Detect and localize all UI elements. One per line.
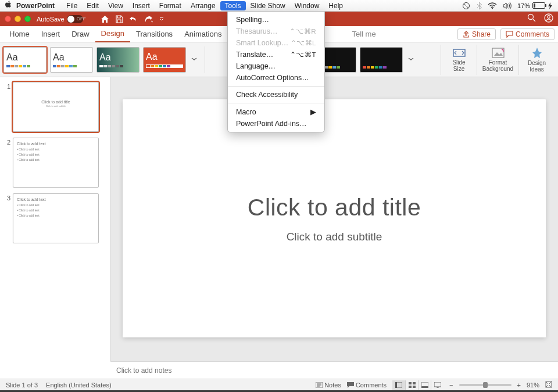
svg-rect-15 [421,386,428,388]
view-switcher [392,380,443,390]
zoom-in-icon[interactable]: + [517,382,521,389]
window-controls[interactable] [5,16,31,22]
menu-autocorrect[interactable]: AutoCorrect Options… [228,72,324,84]
menu-slideshow[interactable]: Slide Show [246,1,290,10]
menu-translate[interactable]: Translate…⌃⌥⌘T [228,49,324,60]
undo-icon[interactable] [129,15,138,23]
customize-qat-icon[interactable] [159,15,164,23]
wifi-icon[interactable] [488,2,497,9]
slide-canvas[interactable]: Click to add title Click to add subtitle [123,99,546,337]
zoom-out-icon[interactable]: − [449,382,453,389]
do-not-disturb-icon[interactable] [462,2,471,10]
menu-file[interactable]: File [62,1,82,10]
zoom-level[interactable]: 91% [527,382,539,389]
slide-thumb-3[interactable]: Click to add text • Click to add text • … [13,193,99,243]
slide-title-placeholder[interactable]: Click to add title [248,194,421,221]
theme-gallery-more[interactable] [189,57,199,62]
thumb-bullet: • Click to add text [17,158,95,161]
menu-tools[interactable]: Tools [220,1,246,10]
sorter-view-icon[interactable] [405,380,418,390]
notes-toggle[interactable]: Notes [316,382,341,389]
fit-to-window-icon[interactable] [545,381,552,389]
menu-window[interactable]: Window [290,1,324,10]
svg-rect-10 [409,382,412,384]
home-icon[interactable] [101,15,109,23]
slideshow-view-icon[interactable] [431,380,443,390]
menu-arrange[interactable]: Arrange [186,1,220,10]
svg-point-2 [528,14,534,19]
svg-rect-5 [453,49,465,56]
slide-thumb-1[interactable]: Click to add title Click to add subtitle [13,82,99,132]
svg-rect-12 [409,386,412,388]
thumb-bullet: • Click to add text [17,148,95,151]
app-name[interactable]: PowerPoint [16,2,55,10]
zoom-slider[interactable] [459,384,512,386]
menu-spelling[interactable]: Spelling… [228,14,324,26]
menu-addins[interactable]: PowerPoint Add-ins… [228,118,324,130]
apple-logo-icon[interactable] [5,1,12,10]
tell-me-search[interactable]: Tell me [346,26,381,42]
menu-check-accessibility[interactable]: Check Accessibility [228,89,324,100]
slide-subtitle-placeholder[interactable]: Click to add subtitle [287,231,382,243]
theme-office[interactable]: Aa [3,47,46,73]
status-bar: Slide 1 of 3 English (United States) Not… [0,379,558,390]
thumb-bullet: • Click to add text [17,153,95,156]
menu-language[interactable]: Language… [228,60,324,72]
close-window-icon[interactable] [5,16,11,22]
menu-help[interactable]: Help [324,1,348,10]
share-button[interactable]: Share [457,28,496,40]
tab-animations[interactable]: Animations [178,26,227,42]
tab-transitions[interactable]: Transitions [130,26,178,42]
minimize-window-icon[interactable] [15,16,21,22]
thumb-number: 1 [2,82,13,132]
reading-view-icon[interactable] [418,380,431,390]
tools-dropdown: Spelling… Thesaurus…⌃⌥⌘R Smart Lookup…⌃⌥… [227,11,325,132]
tab-design[interactable]: Design [95,26,130,42]
design-ideas-button[interactable]: Design Ideas [518,45,555,75]
thumb-head: Click to add text [17,142,95,146]
slide-canvas-area[interactable]: Click to add title Click to add subtitle [110,77,558,361]
menu-view[interactable]: View [103,1,128,10]
format-background-button[interactable]: Format Background [477,45,518,75]
volume-icon[interactable] [503,2,512,9]
tab-home[interactable]: Home [3,26,35,42]
menu-macro[interactable]: Macro▶ [228,106,324,118]
tab-insert[interactable]: Insert [35,26,66,42]
thumb-bullet: • Click to add text [17,203,95,207]
normal-view-icon[interactable] [392,380,405,390]
notes-pane[interactable]: Click to add notes [110,361,558,379]
language-indicator[interactable]: English (United States) [46,382,112,389]
menu-insert[interactable]: Insert [128,1,155,10]
redo-icon[interactable] [144,15,153,23]
slide-thumbnails-panel[interactable]: 1 Click to add title Click to add subtit… [0,77,110,361]
menu-thesaurus: Thesaurus…⌃⌥⌘R [228,26,324,37]
maximize-window-icon[interactable] [24,16,31,22]
slide-counter[interactable]: Slide 1 of 3 [6,382,38,389]
comments-button[interactable]: Comments [500,28,555,40]
slide-thumb-2[interactable]: Click to add text • Click to add text • … [13,138,99,188]
menu-format[interactable]: Format [155,1,186,10]
account-icon[interactable] [544,13,553,25]
save-icon[interactable] [115,15,123,23]
variant-gallery-more[interactable] [406,57,416,62]
battery-indicator[interactable]: 17% [517,2,553,9]
battery-percent: 17% [517,2,530,9]
tab-draw[interactable]: Draw [66,26,95,42]
autosave-state: OFF [77,16,86,21]
theme-4[interactable]: Aa [143,47,186,73]
svg-point-1 [492,8,493,9]
variant-2[interactable] [360,47,403,73]
menu-edit[interactable]: Edit [82,1,103,10]
slide-size-label: Slide Size [452,59,465,72]
search-icon[interactable] [527,13,536,25]
menu-smart-lookup: Smart Lookup…⌃⌥⌘L [228,37,324,49]
bluetooth-icon[interactable] [477,2,482,10]
comments-label: Comments [516,30,549,38]
thumb-number: 3 [2,193,13,243]
comments-toggle[interactable]: Comments [347,382,387,389]
theme-3[interactable]: Aa [96,47,140,73]
autosave-toggle[interactable]: AutoSave OFF [37,15,95,23]
slide-size-button[interactable]: Slide Size [441,45,477,75]
theme-2[interactable]: Aa [50,47,93,73]
svg-rect-11 [413,382,416,384]
